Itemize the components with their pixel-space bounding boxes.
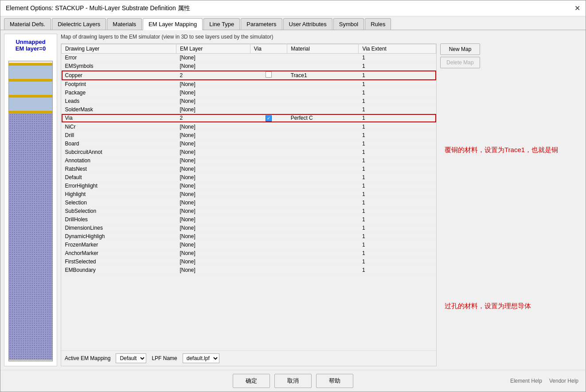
tab-rules[interactable]: Rules — [365, 18, 391, 30]
via-extent-cell: 1 — [359, 122, 436, 131]
table-row[interactable]: DrillHoles[None]1 — [62, 215, 436, 223]
col-em-layer: EM Layer — [176, 44, 250, 54]
via-checkbox-cell[interactable] — [250, 139, 287, 148]
drawing-layer-cell: DrillHoles — [62, 215, 176, 223]
table-row[interactable]: Default[None]1 — [62, 173, 436, 181]
table-row[interactable]: FirstSelected[None]1 — [62, 257, 436, 266]
via-checkbox-cell[interactable] — [250, 106, 287, 114]
element-help-link[interactable]: Element Help — [510, 378, 542, 384]
via-checkbox-unchecked[interactable] — [266, 71, 272, 78]
via-checkbox-cell[interactable] — [250, 173, 287, 181]
material-cell: Perfect C — [287, 114, 359, 123]
via-checkbox-cell[interactable] — [250, 266, 287, 274]
tab-user-attributes[interactable]: User Attributes — [283, 18, 332, 30]
em-layer-cell: [None] — [176, 122, 250, 131]
via-extent-cell: 1 — [359, 156, 436, 165]
table-row[interactable]: DynamicHighligh[None]1 — [62, 232, 436, 240]
via-extent-cell: 1 — [359, 62, 436, 71]
table-row[interactable]: Board[None]1 — [62, 139, 436, 148]
active-em-mapping-select[interactable]: Default — [116, 353, 146, 363]
via-checkbox-cell[interactable] — [250, 71, 287, 80]
via-checkbox-cell[interactable] — [250, 131, 287, 139]
table-row[interactable]: Selection[None]1 — [62, 198, 436, 207]
via-extent-cell: 1 — [359, 80, 436, 89]
table-row[interactable]: Leads[None]1 — [62, 97, 436, 106]
via-checkbox-cell[interactable] — [250, 181, 287, 190]
table-row[interactable]: SubcircuitAnnot[None]1 — [62, 148, 436, 156]
table-row[interactable]: EMBoundary[None]1 — [62, 266, 436, 274]
table-row[interactable]: Via2✓Perfect C1 — [62, 114, 436, 123]
confirm-button[interactable]: 确定 — [233, 374, 270, 388]
via-checkbox-cell[interactable] — [250, 249, 287, 257]
via-checkbox-cell[interactable] — [250, 148, 287, 156]
drawing-layer-cell: SolderMask — [62, 106, 176, 114]
tab-line-type[interactable]: Line Type — [203, 18, 240, 30]
drawing-layer-cell: Package — [62, 89, 176, 97]
table-row[interactable]: Highlight[None]1 — [62, 190, 436, 198]
table-row[interactable]: Package[None]1 — [62, 89, 436, 97]
material-cell — [287, 80, 359, 89]
table-row[interactable]: Annotation[None]1 — [62, 156, 436, 165]
material-cell — [287, 139, 359, 148]
vendor-help-link[interactable]: Vendor Help — [549, 378, 578, 384]
via-extent-cell: 1 — [359, 131, 436, 139]
drawing-layer-cell: FirstSelected — [62, 257, 176, 266]
em-layer-cell: [None] — [176, 106, 250, 114]
via-checkbox-cell[interactable] — [250, 165, 287, 173]
via-checkbox-cell[interactable] — [250, 62, 287, 71]
table-row[interactable]: RatsNest[None]1 — [62, 165, 436, 173]
table-row[interactable]: SolderMask[None]1 — [62, 106, 436, 114]
table-row[interactable]: Footprint[None]1 — [62, 80, 436, 89]
new-map-button[interactable]: New Map — [440, 43, 480, 55]
drawing-layer-cell: AnchorMarker — [62, 249, 176, 257]
table-row[interactable]: AnchorMarker[None]1 — [62, 249, 436, 257]
delete-map-button[interactable]: Delete Map — [440, 57, 480, 68]
via-checkbox-cell[interactable]: ✓ — [250, 114, 287, 123]
via-checkbox-cell[interactable] — [250, 89, 287, 97]
layer-mapping-table[interactable]: Drawing Layer EM Layer Via Material Via … — [61, 44, 436, 350]
via-checkbox-cell[interactable] — [250, 80, 287, 89]
via-checkbox-cell[interactable] — [250, 223, 287, 232]
drawing-layer-cell: Annotation — [62, 156, 176, 165]
via-checkbox-cell[interactable] — [250, 97, 287, 106]
tab-material-defs[interactable]: Material Defs. — [4, 18, 51, 30]
table-row[interactable]: FrozenMarker[None]1 — [62, 240, 436, 249]
via-checkbox-cell[interactable] — [250, 190, 287, 198]
via-checkbox-cell[interactable] — [250, 232, 287, 240]
tab-parameters[interactable]: Parameters — [241, 18, 282, 30]
lpf-name-select[interactable]: default.lpf — [183, 353, 219, 363]
close-button[interactable]: ✕ — [574, 4, 580, 12]
table-row[interactable]: ErrorHighlight[None]1 — [62, 181, 436, 190]
table-row[interactable]: SubSelection[None]1 — [62, 207, 436, 215]
via-checkbox-cell[interactable] — [250, 215, 287, 223]
via-checkbox-cell[interactable] — [250, 257, 287, 266]
material-cell — [287, 148, 359, 156]
tab-dielectric-layers[interactable]: Dielectric Layers — [52, 18, 106, 30]
tab-materials[interactable]: Materials — [107, 18, 142, 30]
via-checkbox-cell[interactable] — [250, 54, 287, 62]
material-cell — [287, 54, 359, 62]
em-layer-cell: [None] — [176, 131, 250, 139]
table-row[interactable]: Error[None]1 — [62, 54, 436, 62]
table-row[interactable]: Copper2Trace11 — [62, 71, 436, 80]
help-button[interactable]: 帮助 — [316, 374, 353, 388]
via-checkbox-checked[interactable]: ✓ — [266, 115, 272, 122]
table-row[interactable]: DimensionLines[None]1 — [62, 223, 436, 232]
col-drawing-layer: Drawing Layer — [62, 44, 176, 54]
via-checkbox-cell[interactable] — [250, 207, 287, 215]
via-checkbox-cell[interactable] — [250, 240, 287, 249]
via-checkbox-cell[interactable] — [250, 198, 287, 207]
material-cell — [287, 266, 359, 274]
tab-em-layer-mapping[interactable]: EM Layer Mapping — [143, 18, 203, 30]
via-checkbox-cell[interactable] — [250, 156, 287, 165]
via-extent-cell: 1 — [359, 198, 436, 207]
table-row[interactable]: EMSymbols[None]1 — [62, 62, 436, 71]
em-layer-cell: [None] — [176, 181, 250, 190]
em-layer-cell: [None] — [176, 232, 250, 240]
cancel-button[interactable]: 取消 — [274, 374, 312, 388]
table-row[interactable]: NiCr[None]1 — [62, 122, 436, 131]
drawing-layer-cell: Leads — [62, 97, 176, 106]
table-row[interactable]: Drill[None]1 — [62, 131, 436, 139]
via-checkbox-cell[interactable] — [250, 122, 287, 131]
tab-symbol[interactable]: Symbol — [333, 18, 364, 30]
